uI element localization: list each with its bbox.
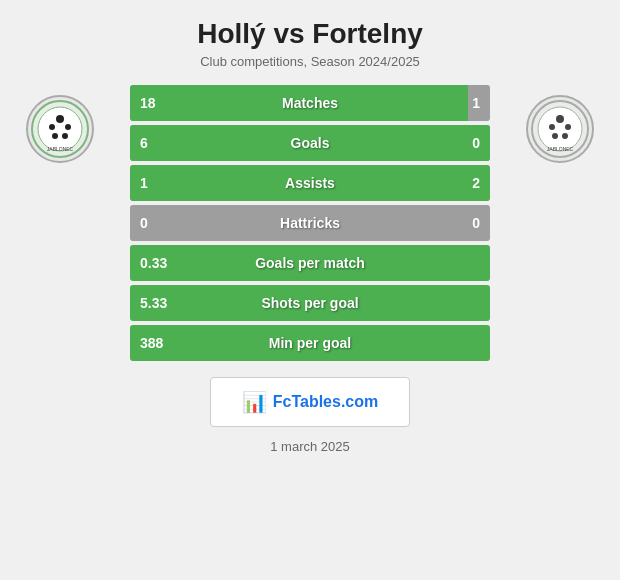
stat-row-goals: 6 Goals 0 [130,125,490,161]
goals-right-val: 0 [472,135,480,151]
matches-left-val: 18 [140,95,156,111]
hattricks-label: Hattricks [280,215,340,231]
subtitle: Club competitions, Season 2024/2025 [197,54,423,69]
shots-per-goal-val: 5.33 [140,295,167,311]
assists-right-val: 2 [472,175,480,191]
fctables-icon: 📊 [242,390,267,414]
stat-row-matches: 18 Matches 1 [130,85,490,121]
assists-left-val: 1 [140,175,148,191]
svg-point-5 [52,133,58,139]
team-logo-left: JABLONEC [20,89,100,169]
main-title: Hollý vs Fortelny [197,18,423,50]
matches-right-val: 1 [472,95,480,111]
svg-point-11 [549,124,555,130]
goals-per-match-label: Goals per match [255,255,365,271]
stat-row-min-per-goal: 388 Min per goal [130,325,490,361]
team-logo-right: JABLONEC [520,89,600,169]
shots-per-goal-label: Shots per goal [261,295,358,311]
stats-section: JABLONEC JABLONEC [0,75,620,361]
min-per-goal-val: 388 [140,335,163,351]
svg-text:JABLONEC: JABLONEC [47,146,74,152]
goals-label: Goals [291,135,330,151]
svg-point-2 [56,115,64,123]
stat-row-hattricks: 0 Hattricks 0 [130,205,490,241]
svg-point-3 [49,124,55,130]
svg-point-9 [538,107,582,151]
fctables-text: FcTables.com [273,393,379,411]
hattricks-right-val: 0 [472,215,480,231]
fctables-banner[interactable]: 📊 FcTables.com [210,377,410,427]
svg-point-6 [62,133,68,139]
svg-text:JABLONEC: JABLONEC [547,146,574,152]
header: Hollý vs Fortelny Club competitions, Sea… [187,0,433,75]
svg-point-14 [562,133,568,139]
svg-point-4 [65,124,71,130]
hattricks-left-val: 0 [140,215,148,231]
stat-row-goals-per-match: 0.33 Goals per match [130,245,490,281]
svg-point-12 [565,124,571,130]
goals-per-match-val: 0.33 [140,255,167,271]
stats-bars: 18 Matches 1 6 Goals 0 1 [130,85,490,361]
stat-row-assists: 1 Assists 2 [130,165,490,201]
goals-left-val: 6 [140,135,148,151]
matches-label: Matches [282,95,338,111]
svg-point-1 [38,107,82,151]
svg-point-13 [552,133,558,139]
stat-row-shots-per-goal: 5.33 Shots per goal [130,285,490,321]
footer-date: 1 march 2025 [270,439,350,454]
assists-label: Assists [285,175,335,191]
min-per-goal-label: Min per goal [269,335,351,351]
svg-point-10 [556,115,564,123]
